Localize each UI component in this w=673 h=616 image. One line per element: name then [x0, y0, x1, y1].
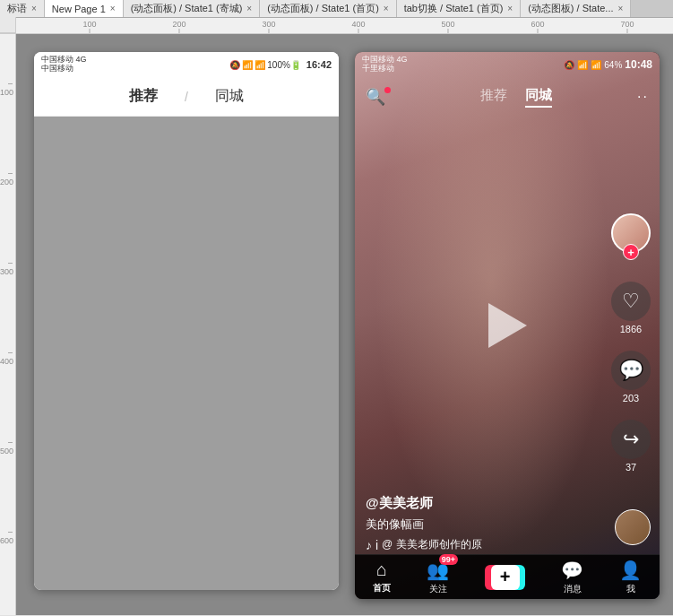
bottom-nav-add[interactable]: + [485, 565, 525, 590]
video-username: @美美老师 [366, 495, 597, 512]
time-left: 16:42 [306, 59, 332, 70]
tab-cut[interactable]: tab切换 / State1 (首页) × [397, 0, 522, 17]
close-tab-icon[interactable]: × [384, 4, 389, 13]
play-triangle-icon [488, 303, 527, 348]
ruler-mark-100: 100 [82, 20, 96, 33]
add-btn-main[interactable]: + [491, 565, 520, 590]
ruler-mark-500: 500 [441, 20, 454, 33]
status-bar-left: 中国移动 4G 中国移动 🔕 📶 📶 100%🔋 16:42 [34, 52, 339, 77]
tab-recommend-left[interactable]: 推荐 [129, 87, 158, 106]
ruler-marks: 100 200 300 400 500 600 700 [16, 18, 673, 33]
me-icon: 👤 [619, 560, 642, 581]
silent-icon: 🔕 [229, 60, 240, 70]
close-tab-icon[interactable]: × [246, 4, 252, 13]
message-label: 消息 [564, 583, 582, 595]
canvas-area: 100 200 300 400 500 600 中国移动 4G 中国移动 🔕 📶… [0, 34, 673, 615]
right-sidebar: + ♡ 1866 💬 203 ↪ 37 [611, 213, 651, 473]
like-button[interactable]: ♡ 1866 [611, 282, 651, 334]
design-canvas: 中国移动 4G 中国移动 🔕 📶 📶 100%🔋 16:42 推荐 / 同城 [16, 34, 673, 615]
home-label: 首页 [373, 582, 391, 594]
browser-tabs: 标语 × New Page 1 × (动态面板) / State1 (寄城) ×… [0, 0, 673, 18]
tab-local-right[interactable]: 同城 [525, 87, 552, 108]
time-right: 10:48 [625, 58, 652, 71]
user-avatar-wrap[interactable]: + [611, 213, 651, 265]
comment-count: 203 [623, 393, 639, 403]
video-music: ♪ i @ 美美老师创作的原 [366, 537, 597, 552]
share-count: 37 [626, 462, 636, 473]
status-icons-left: 🔕 📶 📶 100%🔋 16:42 [229, 59, 332, 70]
status-icons-right: 🔕 📶 📶 64% 10:48 [564, 58, 652, 71]
me-label: 我 [626, 583, 635, 595]
message-icon: 💬 [561, 560, 583, 581]
ruler-horizontal: 100 200 300 400 500 600 700 [0, 18, 673, 34]
share-button[interactable]: ↪ 37 [611, 420, 651, 473]
tab-dongzuitu[interactable]: (动态图板) / State... × [521, 0, 631, 17]
tab-biaozhu[interactable]: 标语 × [0, 0, 45, 17]
add-button-wrap: + [485, 565, 525, 590]
home-icon: ⌂ [376, 560, 387, 580]
bottom-nav-home[interactable]: ⌂ 首页 [373, 560, 391, 594]
tab-shouye[interactable]: (动态面板) / State1 (首页) × [260, 0, 397, 17]
bottom-nav-follow[interactable]: 👥 关注 99+ [427, 560, 449, 595]
play-button[interactable] [485, 303, 530, 348]
bottom-nav: ⌂ 首页 👥 关注 99+ + [355, 554, 660, 599]
phone-left: 中国移动 4G 中国移动 🔕 📶 📶 100%🔋 16:42 推荐 / 同城 [34, 52, 339, 590]
ruler-mark-700: 700 [620, 20, 634, 33]
follow-badge: 99+ [439, 554, 458, 565]
close-tab-icon[interactable]: × [110, 4, 116, 13]
follow-plus-icon[interactable]: + [623, 244, 639, 260]
nav-divider-left: / [185, 90, 188, 104]
comment-icon: 💬 [611, 351, 651, 390]
tab-recommend-right[interactable]: 推荐 [480, 87, 507, 108]
bottom-nav-message[interactable]: 💬 消息 [561, 560, 583, 595]
bottom-avatar[interactable] [615, 509, 651, 545]
ruler-mark-600: 600 [531, 20, 544, 33]
wifi-icon-right: 📶 [577, 60, 588, 70]
carrier-left: 中国移动 4G 中国移动 [41, 56, 87, 74]
close-tab-icon[interactable]: × [507, 4, 513, 13]
ruler-mark-300: 300 [262, 20, 275, 33]
battery-text: 100%🔋 [267, 60, 301, 70]
search-icon[interactable]: 🔍 [366, 87, 385, 107]
close-tab-icon[interactable]: × [618, 4, 624, 13]
video-description: 美的像幅画 [366, 516, 597, 533]
like-count: 1866 [620, 324, 642, 334]
battery-right: 64% [604, 60, 622, 70]
silent-icon-right: 🔕 [564, 60, 574, 70]
nav-tabs-right: 推荐 同城 [395, 87, 637, 108]
share-icon: ↪ [611, 420, 651, 459]
tab-new-page[interactable]: New Page 1 × [45, 0, 124, 17]
status-bar-right: 中国移动 4G 千里移动 🔕 📶 📶 64% 10:48 [355, 52, 660, 77]
nav-right: 🔍 推荐 同城 ·· [355, 77, 660, 117]
ruler-mark-400: 400 [351, 20, 365, 33]
carrier-right: 中国移动 4G 千里移动 [362, 56, 408, 74]
notification-badge [384, 87, 391, 93]
ruler-vertical: 100 200 300 400 500 600 [0, 34, 16, 615]
ruler-corner [0, 17, 16, 33]
nav-bar-left: 推荐 / 同城 [34, 77, 339, 117]
ruler-mark-200: 200 [172, 20, 186, 33]
more-icon[interactable]: ·· [637, 89, 649, 105]
video-info: @美美老师 美的像幅画 ♪ i @ 美美老师创作的原 [366, 495, 597, 552]
comment-button[interactable]: 💬 203 [611, 351, 651, 403]
tab-qiucheng[interactable]: (动态面板) / State1 (寄城) × [124, 0, 261, 17]
close-tab-icon[interactable]: × [31, 4, 37, 13]
follow-label: 关注 [429, 583, 447, 595]
wifi-icon: 📶 [242, 60, 253, 70]
bottom-nav-me[interactable]: 👤 我 [619, 560, 642, 595]
gray-content [34, 117, 339, 590]
music-text: @ 美美老师创作的原 [382, 537, 482, 552]
tab-local-left[interactable]: 同城 [215, 87, 244, 106]
heart-icon: ♡ [611, 282, 651, 321]
signal-icon-right: 📶 [591, 60, 601, 70]
music-note-icon: ♪ i [366, 538, 378, 552]
signal-icon: 📶 [255, 60, 265, 70]
phone-right: 中国移动 4G 千里移动 🔕 📶 📶 64% 10:48 🔍 推荐 同城 [355, 52, 660, 599]
